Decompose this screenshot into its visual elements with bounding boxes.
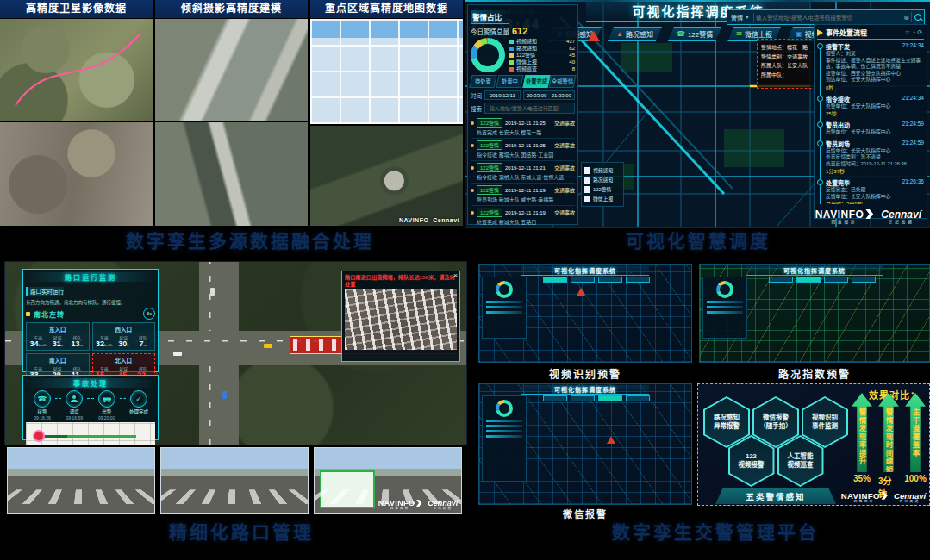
signal-timing-panel — [320, 470, 375, 508]
incident-route-map[interactable] — [26, 422, 155, 445]
simulation-thumbnail-2[interactable] — [160, 447, 309, 514]
alert-list-item[interactable]: 122警情2019-12-11 21:25交通事故 指令接收 雁塔大队 团结路·… — [471, 139, 575, 161]
legend-label: 视频巡查 — [516, 65, 537, 72]
mini-dashboard-wechat[interactable]: 可视化指挥调度系统 — [478, 383, 692, 505]
chevron-down-icon: ▼ — [745, 15, 750, 20]
step-detail: 出警单位：长安大队指挥中心 — [826, 129, 924, 136]
step-detail: 反馈单位：长安大队指挥中心 — [826, 194, 924, 201]
search-icon — [914, 14, 921, 21]
panel-action-icons[interactable]: ☆◔⟳ — [905, 29, 924, 36]
monitor-icon: ▣ — [796, 31, 802, 38]
tab-pending[interactable]: 待处置 — [469, 75, 496, 88]
total-alerts: 今日警情总量612 — [471, 26, 575, 36]
intersection-panel-title: 路口运行监测 — [26, 272, 155, 282]
layer-toggle[interactable]: 122警情 — [584, 185, 621, 193]
layer-toggle[interactable]: 视频感知 — [584, 166, 621, 174]
intersection-description: 东西方向为畅通，南北方向有排队，通行缓慢。 — [26, 299, 155, 306]
menu-label: 122警情 — [688, 29, 713, 39]
kpi-text: 警情发现率提升 — [857, 408, 867, 466]
label-traffic-index: 路况指数预警 — [699, 366, 930, 381]
step-connector — [87, 398, 93, 399]
menu-label: 微信上报 — [745, 29, 772, 39]
alert-time: 2019-12-11 21:21 — [505, 165, 546, 171]
mini-dashboard-video[interactable]: 可视化指挥调度系统 — [478, 264, 692, 363]
chip — [796, 277, 821, 283]
time-range-value: 20:33:00 - 21:33:00 — [527, 93, 571, 98]
vehicle — [210, 288, 215, 296]
step-duration: 25秒 — [826, 109, 924, 117]
step-time: 09:16:59 — [66, 415, 83, 420]
filter-value: 警情 — [731, 13, 743, 22]
mini-dashboard-title: 可视化指挥调度系统 — [521, 266, 649, 276]
layer-toggle[interactable]: 微信上报 — [584, 195, 621, 202]
alert-tag: 122警情 — [477, 208, 502, 217]
close-icon[interactable]: × — [453, 271, 458, 279]
map-warning-marker[interactable] — [588, 31, 600, 41]
menu-122-alerts[interactable]: ☎122警情 — [668, 27, 721, 41]
legend-item: 路况感知82 — [509, 45, 575, 52]
step-connector — [120, 398, 126, 399]
oblique-column: 倾斜摄影高精度建模 — [155, 0, 308, 226]
column-title: 重点区域高精度地图数据 — [325, 3, 448, 15]
chip — [824, 277, 848, 283]
cennavi-logo: Cennaví — [881, 209, 921, 220]
realtime-section-label: 路口实时运行 — [26, 287, 64, 296]
alert-list-item[interactable]: 122警情2019-12-11 21:21交通事故 指令接收 灞桥大队 东城大道… — [471, 161, 575, 184]
step-detail: 处置反馈类别：暂不清楚 — [826, 154, 924, 161]
intersection-aerial-view[interactable]: 路口运行监测 路口实时运行 东西方向为畅通，南北方向有排队，通行缓慢。 南北左转… — [4, 261, 467, 445]
navinfo-subtext: 四维图新 — [390, 507, 410, 510]
timeline-step: 处置完毕21:26:36 反馈状态：已处理 反馈单位：长安大队指挥中心 总用时：… — [826, 178, 924, 204]
menu-traffic-sense[interactable]: ▲路况感知 — [608, 27, 662, 41]
satellite-column: 高精度卫星影像数据 — [0, 0, 153, 226]
mini-dashboard-traffic[interactable]: 可视化指挥调度系统 — [699, 264, 930, 363]
date-filter[interactable]: 2019/12/11 — [484, 90, 521, 100]
step-call: ☎ 接警 09:16:26 — [29, 390, 55, 420]
alert-dot — [471, 189, 474, 192]
mini-donut-chart — [496, 400, 513, 417]
legend-value: 40 — [569, 59, 575, 65]
menu-label: 路况感知 — [626, 29, 653, 39]
tab-label: 待处置 — [475, 78, 491, 85]
layer-toggle[interactable]: 路况感知 — [584, 176, 621, 184]
flag-icon — [817, 29, 823, 36]
up-arrow-icon: 警情发现率提升 — [852, 393, 872, 472]
step-detail: 处警单位：长安大队指挥中心 — [826, 103, 924, 110]
legend-value: 8 — [572, 65, 575, 72]
step-label: 出警 — [102, 408, 111, 415]
panel-search-input[interactable] — [488, 105, 575, 112]
congestion-camera-still[interactable] — [345, 289, 457, 350]
navinfo-logo: NAVINFO — [815, 209, 864, 220]
aerial-image-1 — [155, 19, 308, 121]
checkbox-icon — [584, 186, 590, 193]
step-time: 21:24:59 — [902, 140, 924, 148]
search-button[interactable] — [911, 12, 924, 22]
step-duration: 总用时：2分9秒 — [826, 200, 924, 204]
step-time: 09:20:00 — [98, 415, 115, 420]
step-detail: 处置反馈时间：2019-12-11 21:26:36 — [826, 161, 924, 168]
tab-in-progress[interactable]: 处置中 — [496, 75, 523, 88]
search-input[interactable] — [754, 14, 902, 22]
incident-marker — [33, 430, 45, 442]
simulation-thumbnail-1[interactable] — [7, 447, 155, 514]
chevron-icon — [415, 499, 421, 506]
time-range-filter[interactable]: 20:33:00 - 21:33:00 — [523, 90, 575, 100]
tab-completed[interactable]: 处置完成 — [522, 75, 550, 88]
chip — [543, 395, 567, 401]
search-filter-select[interactable]: 警情▼ — [727, 13, 754, 22]
alert-list-item[interactable]: 122警情2019-12-11 21:25交通事故 处置完成 长安大队 樱花一路 — [471, 116, 575, 139]
simulation-thumbnail-3[interactable]: NAVINFO四维图新 Cennaví世纪高通 — [314, 447, 462, 514]
clear-icon[interactable]: ⊗ — [902, 14, 911, 22]
alert-list: 122警情2019-12-11 21:25交通事故 处置完成 长安大队 樱花一路… — [471, 116, 575, 228]
panel-search-box — [484, 103, 575, 114]
legend-swatch — [509, 53, 514, 58]
alert-list-item[interactable]: 122警情2019-12-11 21:19交通事故 处置完成 新城大队 五路口 — [471, 206, 575, 228]
legend-swatch — [509, 60, 514, 65]
step-name: 指令接收 — [826, 95, 850, 103]
step-done: ✓ 处理完成 — [126, 390, 152, 415]
column-header-oblique: 倾斜摄影高精度建模 — [155, 0, 308, 18]
layer-label: 122警情 — [593, 185, 611, 193]
legend-label: 微信上报 — [516, 59, 537, 65]
alert-list-item[interactable]: 122警情2019-12-11 21:19交通事故 警员到场 新城大队 咸宁路·… — [471, 184, 575, 206]
legend-swatch — [509, 47, 514, 51]
tab-all[interactable]: 全部警情 — [549, 75, 577, 88]
